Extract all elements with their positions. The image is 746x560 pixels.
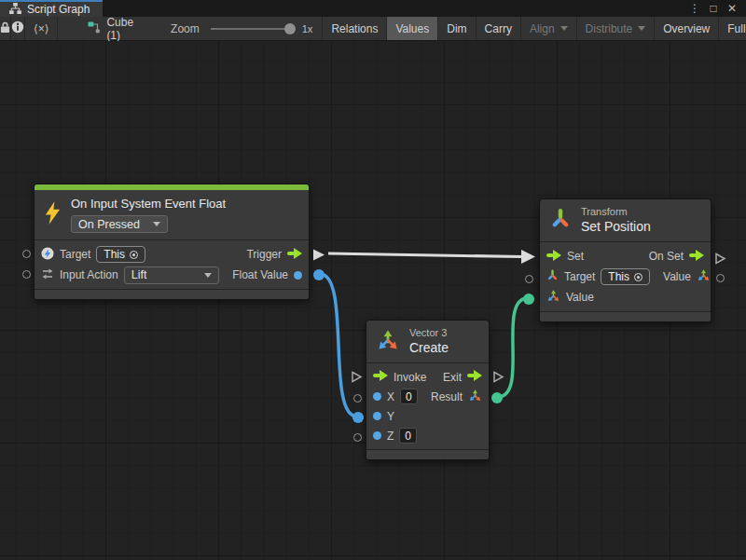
flow-arrow-icon xyxy=(467,370,482,384)
unity-script-graph-window: Script Graph ⋮ □ ✕ xyxy=(0,0,746,560)
node-header: Transform Set Position xyxy=(540,199,711,241)
vector3-icon xyxy=(697,268,711,285)
y-label: Y xyxy=(387,410,394,423)
z-value-field[interactable]: 0 xyxy=(399,428,417,444)
align-label: Align xyxy=(530,22,555,35)
port-exit-output[interactable] xyxy=(492,371,504,386)
port-value-input[interactable] xyxy=(523,294,534,305)
row-value-input: Value xyxy=(546,287,704,307)
transform-icon xyxy=(546,269,559,284)
z-label: Z xyxy=(387,430,394,443)
target-object-field[interactable]: This xyxy=(96,246,145,263)
input-system-icon xyxy=(41,247,54,263)
input-action-value: Lift xyxy=(131,268,147,281)
input-action-dropdown[interactable]: Lift xyxy=(124,266,219,284)
dim-button[interactable]: Dim xyxy=(438,17,476,40)
node-transform-set-position[interactable]: Transform Set Position Set On Set xyxy=(539,198,711,322)
wire-trigger-to-set[interactable] xyxy=(328,253,522,257)
object-picker-icon[interactable] xyxy=(634,273,642,281)
trigger-label: Trigger xyxy=(246,248,282,261)
values-button[interactable]: Values xyxy=(387,17,438,40)
relations-button[interactable]: Relations xyxy=(322,17,387,40)
hierarchy-icon xyxy=(9,3,21,17)
code-preview-button[interactable]: ⟨×⟩ xyxy=(25,17,58,40)
node-footer xyxy=(366,449,489,459)
float-type-dot-icon xyxy=(373,431,381,440)
row-set: Set On Set xyxy=(546,246,704,266)
node-header: Vector 3 Create xyxy=(366,321,489,362)
vector3-icon xyxy=(376,328,400,355)
value-output-label: Value xyxy=(663,270,691,283)
node-body: Set On Set xyxy=(540,241,711,311)
float-type-dot-icon xyxy=(373,412,381,420)
port-result-output[interactable] xyxy=(491,392,503,403)
port-y-input[interactable] xyxy=(352,412,364,423)
fullscreen-button[interactable]: Full Screen xyxy=(719,17,746,40)
vector3-icon xyxy=(468,389,482,405)
event-mode-dropdown[interactable]: On Pressed xyxy=(71,215,168,233)
port-value-output[interactable] xyxy=(716,274,725,282)
target-value: This xyxy=(608,270,629,283)
node-footer xyxy=(35,289,309,299)
align-button[interactable]: Align xyxy=(521,17,577,40)
carry-button[interactable]: Carry xyxy=(477,17,521,40)
input-action-icon xyxy=(41,267,54,283)
result-label: Result xyxy=(431,390,463,403)
row-invoke-exit: Invoke Exit xyxy=(373,367,482,387)
tab-title: Script Graph xyxy=(27,3,90,16)
x-label: X xyxy=(387,390,394,403)
port-target-input[interactable] xyxy=(22,250,31,258)
tab-script-graph[interactable]: Script Graph xyxy=(0,0,103,17)
close-icon[interactable]: ✕ xyxy=(724,2,740,15)
graph-canvas[interactable]: On Input System Event Float On Pressed xyxy=(0,41,746,560)
port-invoke-input[interactable] xyxy=(351,371,363,386)
chevron-down-icon xyxy=(153,222,160,226)
zoom-control: Zoom 1x xyxy=(171,17,322,40)
target-object-field[interactable]: This xyxy=(601,268,650,285)
node-on-input-system-event-float[interactable]: On Input System Event Float On Pressed xyxy=(34,184,310,300)
row-target: Target This Value xyxy=(546,266,704,287)
node-title: Set Position xyxy=(581,218,651,235)
zoom-handle[interactable] xyxy=(284,23,296,34)
graph-toolbar: ⟨×⟩ Cube (1) Zoom 1x Relations Values Di… xyxy=(0,17,746,41)
node-title: Create xyxy=(409,339,449,356)
node-vector3-create[interactable]: Vector 3 Create Invoke Exit xyxy=(366,320,490,460)
port-input-action-input[interactable] xyxy=(22,270,31,279)
row-y: Y xyxy=(373,406,482,426)
wire-floatvalue-to-y[interactable] xyxy=(320,274,357,417)
distribute-label: Distribute xyxy=(586,22,633,35)
set-label: Set xyxy=(567,250,584,263)
lock-button[interactable] xyxy=(0,17,11,40)
inspect-button[interactable] xyxy=(11,17,25,40)
graph-breadcrumb[interactable]: Cube (1) xyxy=(78,17,143,40)
distribute-button[interactable]: Distribute xyxy=(577,17,656,40)
event-mode-value: On Pressed xyxy=(78,218,140,231)
port-x-input[interactable] xyxy=(353,394,362,403)
port-trigger-output[interactable] xyxy=(312,249,325,264)
target-label: Target xyxy=(564,270,595,283)
row-x: X 0 Result xyxy=(373,387,482,406)
node-type-label: Transform xyxy=(581,205,651,218)
port-on-set-output[interactable] xyxy=(714,253,726,267)
info-icon xyxy=(11,20,24,36)
graph-ref-label: Cube (1) xyxy=(106,16,133,42)
zoom-value: 1x xyxy=(302,23,313,34)
overview-button[interactable]: Overview xyxy=(655,17,719,40)
port-z-input[interactable] xyxy=(353,433,362,442)
graph-asset-icon xyxy=(88,21,101,36)
float-type-dot-icon xyxy=(373,392,381,401)
invoke-label: Invoke xyxy=(394,371,426,384)
float-value-label: Float Value xyxy=(232,268,288,281)
on-set-label: On Set xyxy=(649,250,684,263)
input-action-label: Input Action xyxy=(60,268,118,281)
chevron-down-icon xyxy=(560,26,568,31)
port-target-input[interactable] xyxy=(525,275,533,283)
port-float-value-output[interactable] xyxy=(313,269,325,280)
zoom-slider[interactable] xyxy=(211,28,291,30)
x-value-field[interactable]: 0 xyxy=(400,389,418,404)
row-target: Target This Trigger xyxy=(41,244,302,265)
maximize-icon[interactable]: □ xyxy=(705,2,722,15)
object-picker-icon[interactable] xyxy=(130,251,138,259)
vector3-icon xyxy=(546,289,560,306)
menu-icon[interactable]: ⋮ xyxy=(686,2,703,15)
